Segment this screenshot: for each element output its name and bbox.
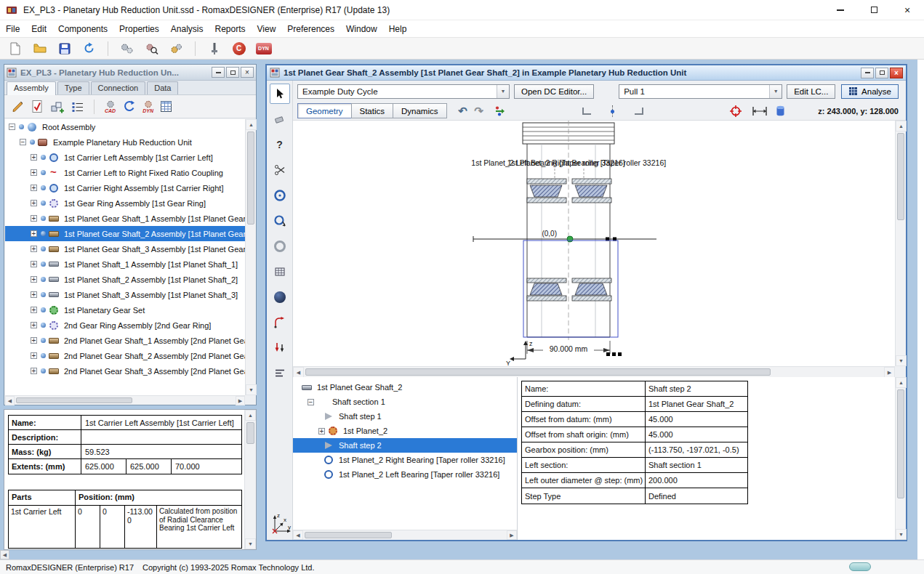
scrollbar-thumb[interactable] [246, 422, 254, 444]
scroll-left-button[interactable] [5, 396, 15, 405]
menu-item[interactable]: Window [340, 22, 383, 36]
child-restore-button[interactable] [875, 68, 888, 78]
menu-item[interactable]: Properties [113, 22, 165, 36]
extent-x[interactable]: 625.000 [81, 459, 126, 474]
mdi-scroll-left-button[interactable] [0, 550, 9, 559]
section-right-button[interactable] [631, 103, 647, 119]
assembly-tree-vertical-scrollbar[interactable] [245, 119, 256, 395]
tree-expander[interactable] [31, 261, 37, 267]
assembly-tree-item[interactable]: 2nd Gear Ring Assembly [2nd Gear Ring] [5, 318, 245, 333]
bearing-load-button[interactable] [270, 211, 290, 231]
tab[interactable]: Assembly [7, 81, 56, 95]
detail-value[interactable]: 1st Planet Gear Shaft_2 [646, 397, 747, 411]
assembly-tree-item[interactable]: 1st Carrier Left Assembly [1st Carrier L… [5, 150, 245, 165]
new-file-button[interactable] [5, 39, 25, 57]
child-minimize-button[interactable] [861, 68, 874, 78]
component-tree-item[interactable]: 1st Planet_2 Right Bearing [Taper roller… [293, 453, 517, 467]
scroll-left-button[interactable] [293, 367, 304, 378]
assembly-tree-horizontal-scrollbar[interactable] [5, 395, 245, 405]
apply-load-button[interactable] [270, 338, 290, 358]
description-value[interactable] [81, 430, 241, 444]
tree-expander[interactable] [31, 307, 37, 313]
origin-target-button[interactable] [727, 103, 744, 119]
scroll-left-button[interactable] [293, 530, 303, 540]
tab[interactable]: Type [57, 81, 89, 94]
detail-value[interactable]: 45.000 [646, 427, 747, 442]
assembly-tree-item[interactable]: 1st Planet Shaft_3 Assembly [1st Planet … [5, 287, 245, 302]
tree-expander[interactable] [31, 230, 37, 237]
scrollbar-thumb[interactable] [305, 368, 771, 376]
menu-item[interactable]: Analysis [165, 22, 209, 36]
open-file-button[interactable] [30, 39, 49, 57]
duty-cycle-select[interactable]: Example Duty Cycle [297, 84, 510, 99]
scroll-down-button[interactable] [246, 384, 257, 395]
add-ring-button[interactable] [270, 236, 290, 256]
parts-table-row[interactable]: 1st Carrier Left 0 0 -113.000 Calculated… [9, 506, 241, 548]
tree-expander[interactable] [9, 124, 15, 130]
assembly-tree-item[interactable]: 1st Planet Shaft_1 Assembly [1st Planet … [5, 256, 245, 272]
tree-expander[interactable] [31, 169, 37, 176]
mesh-tool-button[interactable] [270, 262, 290, 282]
menu-item[interactable]: Reports [209, 22, 251, 36]
tab[interactable]: Data [147, 81, 178, 94]
child-restore-button[interactable] [226, 67, 239, 78]
assembly-tree-item[interactable]: 2nd Planet Gear Shaft_3 Assembly [2nd Pl… [5, 363, 245, 379]
child-minimize-button[interactable] [212, 67, 225, 78]
tree-expander[interactable] [31, 215, 37, 222]
rotate-tool-button[interactable] [270, 312, 290, 333]
detail-value[interactable]: Defined [646, 488, 747, 504]
scroll-right-button[interactable] [236, 396, 245, 405]
mode-tab[interactable]: Geometry [297, 103, 352, 118]
details-vertical-scrollbar[interactable] [895, 377, 906, 540]
maximize-button[interactable] [857, 0, 891, 20]
mode-tab[interactable]: Statics [351, 103, 394, 118]
gear-transfer-button[interactable] [117, 39, 137, 57]
validate-button[interactable] [31, 100, 44, 113]
scrollbar-thumb[interactable] [16, 397, 132, 403]
component-tree-item[interactable]: Shaft step 2 [293, 438, 517, 453]
close-button[interactable]: × [891, 0, 924, 20]
assembly-tree-item[interactable]: 1st Planet Gear Shaft_1 Assembly [1st Pl… [5, 211, 245, 226]
undo-button[interactable]: ↶ [455, 103, 471, 119]
eraser-tool-button[interactable] [270, 109, 290, 129]
scroll-right-button[interactable] [507, 530, 517, 540]
properties-vertical-scrollbar[interactable] [244, 410, 256, 549]
component-tree-item[interactable]: 1st Planet_2 [293, 424, 517, 438]
minimize-button[interactable] [824, 0, 857, 20]
mass-value[interactable]: 59.523 [81, 445, 241, 458]
tree-expander[interactable] [31, 337, 37, 344]
update-model-button[interactable] [122, 100, 136, 113]
refresh-button[interactable] [79, 39, 99, 57]
edit-button[interactable] [11, 100, 25, 113]
assembly-tree-item[interactable]: 1st Carrier Left to Right Fixed Ratio Co… [5, 165, 245, 180]
add-bearing-button[interactable] [270, 185, 290, 206]
assembly-tree-item[interactable]: 2nd Planet Gear Shaft_1 Assembly [2nd Pl… [5, 333, 245, 348]
measurement-list-button[interactable] [270, 363, 290, 384]
tree-expander[interactable] [308, 399, 314, 405]
add-component-button[interactable] [50, 100, 65, 113]
select-cursor-button[interactable] [270, 84, 290, 104]
assembly-tree-item[interactable]: 1st Planet Shaft_2 Assembly [1st Planet … [5, 272, 245, 287]
assembly-tree-item[interactable]: 1st Planetary Gear Set [5, 302, 245, 318]
tree-expander[interactable] [31, 322, 37, 328]
open-dc-editor-button[interactable]: Open DC Editor... [514, 84, 594, 99]
tree-expander[interactable] [31, 291, 37, 298]
dyn-export-button[interactable]: DYN [142, 100, 153, 113]
tree-expander[interactable] [20, 139, 26, 145]
scroll-down-button[interactable] [896, 355, 907, 366]
assembly-tree-item[interactable]: Example Planetary Hub Reduction Unit [5, 134, 245, 150]
component-tree-item[interactable]: Shaft section 1 [293, 395, 517, 409]
assembly-tree-item[interactable]: 1st Planet Gear Shaft_2 Assembly [1st Pl… [5, 226, 245, 241]
menu-item[interactable]: Help [383, 22, 413, 36]
component-tree-horizontal-scrollbar[interactable] [293, 530, 517, 540]
find-gear-button[interactable] [142, 39, 161, 57]
assembly-tree-item[interactable]: 1st Gear Ring Assembly [1st Gear Ring] [5, 195, 245, 211]
tree-expander[interactable] [31, 154, 37, 161]
scroll-up-button[interactable] [245, 410, 256, 421]
canvas-horizontal-scrollbar[interactable] [293, 366, 895, 377]
tree-expander[interactable] [31, 352, 37, 359]
scroll-right-button[interactable] [884, 367, 895, 378]
tab[interactable]: Connection [91, 81, 146, 94]
menu-item[interactable]: Edit [25, 22, 52, 36]
concept-module-button[interactable]: C [229, 39, 249, 57]
